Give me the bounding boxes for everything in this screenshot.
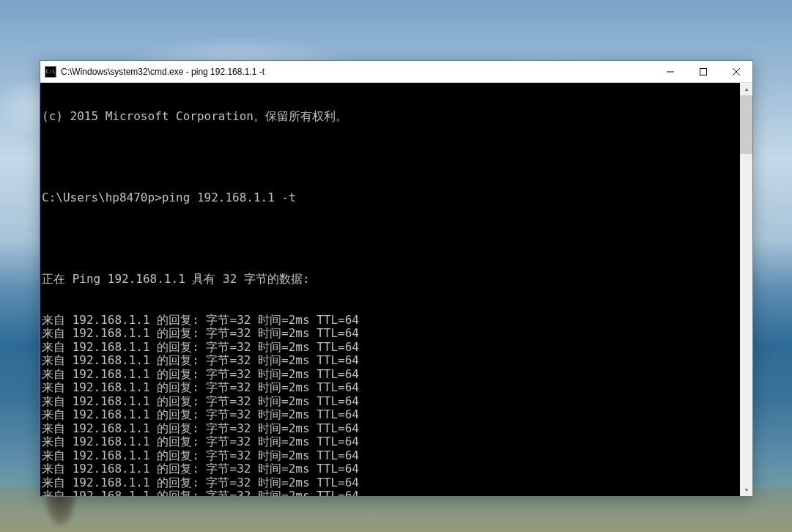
scrollbar-thumb[interactable] bbox=[740, 95, 752, 154]
ping-reply-line: 来自 192.168.1.1 的回复: 字节=32 时间=2ms TTL=64 bbox=[42, 435, 739, 449]
blank-line bbox=[42, 232, 739, 246]
ping-reply-line: 来自 192.168.1.1 的回复: 字节=32 时间=2ms TTL=64 bbox=[42, 341, 739, 355]
ping-reply-line: 来自 192.168.1.1 的回复: 字节=32 时间=2ms TTL=64 bbox=[42, 314, 739, 328]
ping-reply-line: 来自 192.168.1.1 的回复: 字节=32 时间=2ms TTL=64 bbox=[42, 327, 739, 341]
minimize-button[interactable] bbox=[654, 61, 686, 82]
ping-replies: 来自 192.168.1.1 的回复: 字节=32 时间=2ms TTL=64来… bbox=[42, 314, 739, 497]
titlebar[interactable]: C:\ C:\Windows\system32\cmd.exe - ping 1… bbox=[40, 61, 752, 83]
ping-reply-line: 来自 192.168.1.1 的回复: 字节=32 时间=2ms TTL=64 bbox=[42, 368, 739, 382]
blank-line bbox=[42, 151, 739, 165]
scrollbar-down-arrow[interactable]: ▾ bbox=[740, 484, 752, 496]
ping-reply-line: 来自 192.168.1.1 的回复: 字节=32 时间=2ms TTL=64 bbox=[42, 462, 739, 476]
window-title: C:\Windows\system32\cmd.exe - ping 192.1… bbox=[61, 67, 654, 77]
cmd-icon: C:\ bbox=[45, 66, 56, 78]
ping-reply-line: 来自 192.168.1.1 的回复: 字节=32 时间=2ms TTL=64 bbox=[42, 489, 739, 496]
terminal-area: (c) 2015 Microsoft Corporation。保留所有权利。 C… bbox=[40, 83, 752, 496]
copyright-line: (c) 2015 Microsoft Corporation。保留所有权利。 bbox=[42, 110, 739, 124]
ping-reply-line: 来自 192.168.1.1 的回复: 字节=32 时间=2ms TTL=64 bbox=[42, 408, 739, 422]
scrollbar-track[interactable] bbox=[740, 95, 752, 484]
ping-reply-line: 来自 192.168.1.1 的回复: 字节=32 时间=2ms TTL=64 bbox=[42, 449, 739, 463]
ping-reply-line: 来自 192.168.1.1 的回复: 字节=32 时间=2ms TTL=64 bbox=[42, 381, 739, 395]
svg-rect-1 bbox=[700, 68, 706, 75]
ping-reply-line: 来自 192.168.1.1 的回复: 字节=32 时间=2ms TTL=64 bbox=[42, 395, 739, 409]
ping-header-line: 正在 Ping 192.168.1.1 具有 32 字节的数据: bbox=[42, 273, 739, 287]
scrollbar-up-arrow[interactable]: ▴ bbox=[740, 83, 752, 95]
ping-reply-line: 来自 192.168.1.1 的回复: 字节=32 时间=2ms TTL=64 bbox=[42, 476, 739, 490]
ping-reply-line: 来自 192.168.1.1 的回复: 字节=32 时间=2ms TTL=64 bbox=[42, 422, 739, 436]
close-button[interactable] bbox=[719, 61, 752, 82]
cmd-window: C:\ C:\Windows\system32\cmd.exe - ping 1… bbox=[40, 60, 753, 497]
terminal-output[interactable]: (c) 2015 Microsoft Corporation。保留所有权利。 C… bbox=[40, 83, 740, 496]
prompt-line: C:\Users\hp8470p>ping 192.168.1.1 -t bbox=[42, 191, 739, 205]
maximize-button[interactable] bbox=[686, 61, 719, 82]
ping-reply-line: 来自 192.168.1.1 的回复: 字节=32 时间=2ms TTL=64 bbox=[42, 354, 739, 368]
scrollbar[interactable]: ▴ ▾ bbox=[740, 83, 752, 496]
window-controls bbox=[654, 61, 752, 82]
